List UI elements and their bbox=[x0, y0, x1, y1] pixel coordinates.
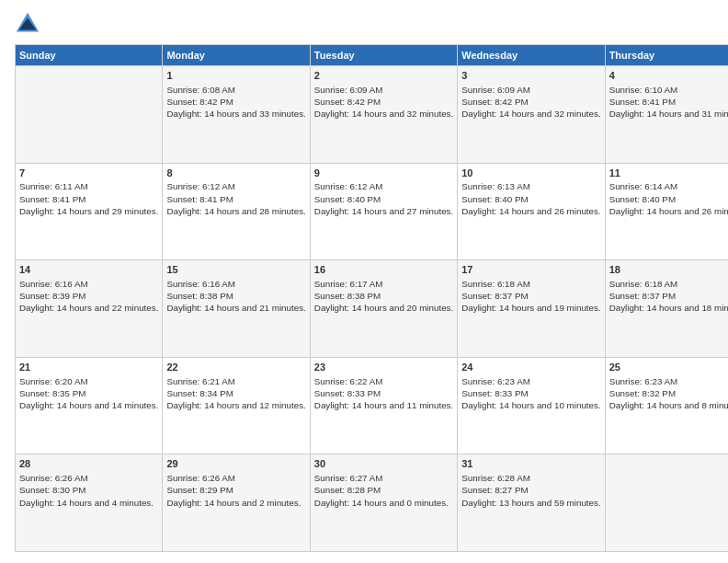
sunrise: Sunrise: 6:14 AM bbox=[609, 181, 678, 191]
day-number: 28 bbox=[19, 457, 158, 471]
daylight: Daylight: 14 hours and 8 minutes. bbox=[609, 400, 728, 410]
week-row-2: 7Sunrise: 6:11 AMSunset: 8:41 PMDaylight… bbox=[16, 163, 729, 260]
cell-w0-d0 bbox=[16, 66, 163, 164]
cell-w3-d0: 21Sunrise: 6:20 AMSunset: 8:35 PMDayligh… bbox=[16, 357, 163, 454]
daylight: Daylight: 14 hours and 12 minutes. bbox=[166, 400, 305, 410]
col-header-thursday: Thursday bbox=[605, 45, 728, 66]
cell-w3-d4: 25Sunrise: 6:23 AMSunset: 8:32 PMDayligh… bbox=[605, 357, 728, 454]
daylight: Daylight: 14 hours and 10 minutes. bbox=[461, 400, 600, 410]
day-number: 7 bbox=[19, 167, 158, 180]
day-number: 10 bbox=[461, 167, 600, 180]
day-number: 1 bbox=[166, 69, 305, 83]
header-row: SundayMondayTuesdayWednesdayThursdayFrid… bbox=[16, 45, 729, 66]
cell-w1-d4: 11Sunrise: 6:14 AMSunset: 8:40 PMDayligh… bbox=[605, 163, 728, 260]
sunset: Sunset: 8:40 PM bbox=[461, 194, 528, 204]
daylight: Daylight: 14 hours and 19 minutes. bbox=[461, 303, 600, 313]
daylight: Daylight: 14 hours and 27 minutes. bbox=[314, 206, 453, 216]
daylight: Daylight: 14 hours and 29 minutes. bbox=[19, 206, 158, 216]
daylight: Daylight: 14 hours and 26 minutes. bbox=[461, 206, 600, 216]
cell-w0-d2: 2Sunrise: 6:09 AMSunset: 8:42 PMDaylight… bbox=[310, 66, 457, 164]
daylight: Daylight: 14 hours and 0 minutes. bbox=[314, 498, 449, 508]
week-row-5: 28Sunrise: 6:26 AMSunset: 8:30 PMDayligh… bbox=[16, 454, 729, 552]
day-number: 23 bbox=[314, 361, 453, 374]
day-number: 8 bbox=[166, 167, 305, 180]
day-number: 21 bbox=[19, 361, 158, 374]
sunset: Sunset: 8:41 PM bbox=[19, 194, 85, 204]
daylight: Daylight: 13 hours and 59 minutes. bbox=[461, 498, 600, 508]
sunset: Sunset: 8:38 PM bbox=[166, 291, 233, 301]
sunrise: Sunrise: 6:17 AM bbox=[314, 279, 383, 289]
daylight: Daylight: 14 hours and 14 minutes. bbox=[19, 400, 158, 410]
sunset: Sunset: 8:37 PM bbox=[461, 291, 528, 301]
day-number: 11 bbox=[609, 167, 728, 180]
daylight: Daylight: 14 hours and 31 minutes. bbox=[609, 109, 728, 119]
sunset: Sunset: 8:39 PM bbox=[19, 291, 85, 301]
sunset: Sunset: 8:42 PM bbox=[314, 97, 381, 107]
cell-w1-d3: 10Sunrise: 6:13 AMSunset: 8:40 PMDayligh… bbox=[458, 163, 605, 260]
daylight: Daylight: 14 hours and 2 minutes. bbox=[166, 498, 301, 508]
col-header-monday: Monday bbox=[163, 45, 310, 66]
sunset: Sunset: 8:41 PM bbox=[166, 194, 233, 204]
day-number: 3 bbox=[461, 69, 600, 83]
daylight: Daylight: 14 hours and 21 minutes. bbox=[166, 303, 305, 313]
sunset: Sunset: 8:41 PM bbox=[609, 97, 676, 107]
sunset: Sunset: 8:34 PM bbox=[166, 388, 233, 398]
cell-w4-d1: 29Sunrise: 6:26 AMSunset: 8:29 PMDayligh… bbox=[163, 454, 310, 552]
col-header-wednesday: Wednesday bbox=[458, 45, 605, 66]
cell-w4-d0: 28Sunrise: 6:26 AMSunset: 8:30 PMDayligh… bbox=[16, 454, 163, 552]
page: SundayMondayTuesdayWednesdayThursdayFrid… bbox=[0, 0, 728, 563]
cell-w0-d3: 3Sunrise: 6:09 AMSunset: 8:42 PMDaylight… bbox=[458, 66, 605, 164]
sunset: Sunset: 8:33 PM bbox=[314, 388, 381, 398]
sunset: Sunset: 8:30 PM bbox=[19, 485, 85, 495]
day-number: 2 bbox=[314, 69, 453, 83]
sunset: Sunset: 8:27 PM bbox=[461, 485, 528, 495]
sunrise: Sunrise: 6:23 AM bbox=[609, 376, 678, 386]
day-number: 9 bbox=[314, 167, 453, 180]
daylight: Daylight: 14 hours and 28 minutes. bbox=[166, 206, 305, 216]
sunrise: Sunrise: 6:23 AM bbox=[461, 376, 530, 386]
sunset: Sunset: 8:35 PM bbox=[19, 388, 85, 398]
sunrise: Sunrise: 6:18 AM bbox=[461, 279, 530, 289]
sunrise: Sunrise: 6:08 AM bbox=[166, 85, 235, 95]
sunset: Sunset: 8:37 PM bbox=[609, 291, 676, 301]
day-number: 22 bbox=[166, 361, 305, 374]
cell-w0-d4: 4Sunrise: 6:10 AMSunset: 8:41 PMDaylight… bbox=[605, 66, 728, 164]
daylight: Daylight: 14 hours and 32 minutes. bbox=[314, 109, 453, 119]
daylight: Daylight: 14 hours and 4 minutes. bbox=[19, 498, 154, 508]
sunrise: Sunrise: 6:20 AM bbox=[19, 376, 88, 386]
cell-w3-d2: 23Sunrise: 6:22 AMSunset: 8:33 PMDayligh… bbox=[310, 357, 457, 454]
logo bbox=[15, 11, 44, 37]
cell-w4-d2: 30Sunrise: 6:27 AMSunset: 8:28 PMDayligh… bbox=[310, 454, 457, 552]
col-header-sunday: Sunday bbox=[16, 45, 163, 66]
day-number: 17 bbox=[461, 263, 600, 277]
daylight: Daylight: 14 hours and 20 minutes. bbox=[314, 303, 453, 313]
sunset: Sunset: 8:29 PM bbox=[166, 485, 233, 495]
sunrise: Sunrise: 6:09 AM bbox=[314, 85, 383, 95]
sunset: Sunset: 8:28 PM bbox=[314, 485, 381, 495]
day-number: 15 bbox=[166, 263, 305, 277]
sunrise: Sunrise: 6:10 AM bbox=[609, 85, 678, 95]
sunrise: Sunrise: 6:09 AM bbox=[461, 85, 530, 95]
day-number: 31 bbox=[461, 457, 600, 471]
day-number: 18 bbox=[609, 263, 728, 277]
week-row-4: 21Sunrise: 6:20 AMSunset: 8:35 PMDayligh… bbox=[16, 357, 729, 454]
sunset: Sunset: 8:32 PM bbox=[609, 388, 676, 398]
day-number: 4 bbox=[609, 69, 728, 83]
cell-w2-d1: 15Sunrise: 6:16 AMSunset: 8:38 PMDayligh… bbox=[163, 260, 310, 358]
sunrise: Sunrise: 6:18 AM bbox=[609, 279, 678, 289]
sunset: Sunset: 8:33 PM bbox=[461, 388, 528, 398]
day-number: 30 bbox=[314, 457, 453, 471]
week-row-1: 1Sunrise: 6:08 AMSunset: 8:42 PMDaylight… bbox=[16, 66, 729, 164]
day-number: 24 bbox=[461, 361, 600, 374]
cell-w1-d0: 7Sunrise: 6:11 AMSunset: 8:41 PMDaylight… bbox=[16, 163, 163, 260]
sunrise: Sunrise: 6:11 AM bbox=[19, 181, 88, 191]
col-header-tuesday: Tuesday bbox=[310, 45, 457, 66]
daylight: Daylight: 14 hours and 11 minutes. bbox=[314, 400, 453, 410]
logo-icon bbox=[15, 11, 40, 37]
cell-w2-d0: 14Sunrise: 6:16 AMSunset: 8:39 PMDayligh… bbox=[16, 260, 163, 358]
cell-w3-d3: 24Sunrise: 6:23 AMSunset: 8:33 PMDayligh… bbox=[458, 357, 605, 454]
sunrise: Sunrise: 6:16 AM bbox=[166, 279, 235, 289]
sunrise: Sunrise: 6:12 AM bbox=[166, 181, 235, 191]
daylight: Daylight: 14 hours and 22 minutes. bbox=[19, 303, 158, 313]
cell-w2-d2: 16Sunrise: 6:17 AMSunset: 8:38 PMDayligh… bbox=[310, 260, 457, 358]
